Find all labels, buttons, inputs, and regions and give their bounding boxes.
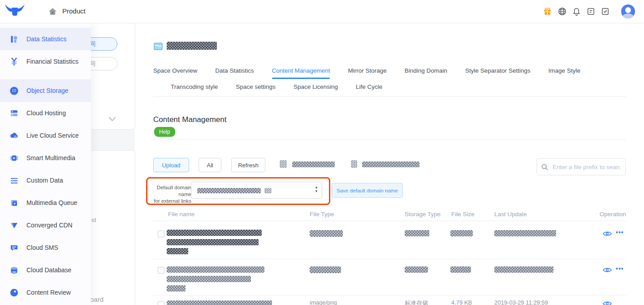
more-actions-icon[interactable]: ••• [616,229,624,236]
sidebar-item-label: Smart Multimedia [26,154,75,161]
redacted-file-name [167,285,186,292]
media-queue-icon [10,199,18,207]
column-header-file-size: File Size [451,211,475,218]
preview-eye-icon[interactable] [603,231,612,237]
home-icon[interactable] [48,7,57,16]
redacted-storage-type [405,230,429,236]
help-badge[interactable]: Help [154,127,175,137]
column-header-storage-type: Storage Type [405,211,441,218]
redacted-bucket-name [167,42,217,50]
save-default-domain-button[interactable]: Save default domain name [332,183,403,198]
divider [153,221,626,221]
tab-space-settings[interactable]: Space settings [236,83,276,90]
sidebar-item-label: Converged CDN [26,222,73,229]
bucket-tabs-row1: Space Overview Data Statistics Content M… [153,67,580,74]
redacted-stat-icon [351,160,357,168]
more-actions-icon[interactable]: ••• [616,265,624,272]
message-icon[interactable] [587,7,595,16]
sidebar-item-financial-statistics[interactable]: Financial Statistics [0,50,91,73]
redacted-last-update [494,266,553,273]
preview-eye-icon[interactable] [603,301,612,305]
refresh-button[interactable]: Refresh [231,158,265,172]
sidebar-item-cloud-database[interactable]: Cloud Database [0,259,91,281]
tab-data-statistics[interactable]: Data Statistics [215,67,254,74]
column-header-file-name: File name [168,211,194,218]
preview-eye-icon[interactable] [603,267,612,273]
tab-space-overview[interactable]: Space Overview [153,67,197,74]
redacted-file-name [167,301,272,305]
redacted-file-name [167,248,188,254]
redacted-stat-icon [280,160,287,168]
row-checkbox[interactable] [158,231,164,237]
redacted-file-size [450,230,473,236]
sliders-icon [10,176,18,185]
cdn-funnel-icon [10,221,18,230]
sidebar-item-label: Object Storage [26,87,68,94]
gift-icon[interactable] [543,7,552,16]
server-icon [10,109,18,118]
redacted-file-name [167,239,259,245]
tab-style-separator-settings[interactable]: Style Separator Settings [465,67,531,74]
row-checkbox[interactable] [158,301,164,305]
redacted-storage-type [405,266,428,273]
globe-icon[interactable] [558,7,566,16]
database-icon [10,266,18,274]
sidebar-item-smart-multimedia[interactable]: Smart Multimedia [0,147,91,169]
column-header-last-update: Last Update [494,211,527,218]
user-avatar[interactable] [621,4,635,18]
sidebar-item-content-review[interactable]: Content Review [0,281,91,304]
redacted-domain-value [197,188,261,193]
tab-binding-domain[interactable]: Binding Domain [405,67,447,74]
row-checkbox[interactable] [158,267,164,274]
tab-image-style[interactable]: Image Style [549,67,580,74]
page-title: Content Management [153,115,227,124]
file-size-cell: 4.79 KB [451,299,472,305]
sidebar-item-converged-cdn[interactable]: Converged CDN [0,214,91,236]
product-menu[interactable]: Product [62,7,86,15]
sidebar-item-live-cloud-service[interactable]: Live Cloud Service [0,124,91,147]
column-header-operation: Operation [600,211,626,218]
sidebar-item-cloud-hosting[interactable]: Cloud Hosting [0,102,91,124]
column-header-file-type: File Type [310,211,334,218]
row-divider [153,259,626,259]
sidebar-item-object-storage[interactable]: Object Storage [0,79,91,102]
sidebar-item-data-statistics[interactable]: Data Statistics [0,28,91,50]
divider [153,139,626,140]
partial-background-text: id [91,217,96,223]
redacted-file-size [450,266,471,273]
all-filter-button[interactable]: All [199,158,221,172]
redacted-file-type [310,266,341,273]
partial-background-text: oard [90,296,104,303]
search-input[interactable] [552,163,621,171]
sidebar-item-cloud-sms[interactable]: Cloud SMS [0,236,91,259]
bucket-tabs-row2: Transcoding style Space settings Space L… [171,83,382,90]
chevron-down-icon[interactable] [108,117,116,122]
tab-content-management[interactable]: Content Management [272,67,330,74]
default-domain-select[interactable]: ▲▼ [191,182,322,199]
sidebar-item-custom-data[interactable]: Custom Data [0,169,91,192]
sidebar-item-label: Content Review [26,289,71,296]
tab-life-cycle[interactable]: Life Cycle [356,83,382,90]
smart-multimedia-icon [10,154,18,162]
sidebar-item-label: Cloud Database [26,266,71,274]
sidebar-item-multimedia-queue[interactable]: Multimedia Queue [0,192,91,214]
avatar-body [622,13,634,18]
upload-button[interactable]: Upload [153,158,189,172]
background-nav-panel [91,150,135,305]
tab-mirror-storage[interactable]: Mirror Storage [348,67,386,74]
tab-transcoding-style[interactable]: Transcoding style [171,83,218,90]
bar-chart-icon [10,35,18,44]
select-spinner-icon: ▲▼ [315,186,318,193]
last-update-cell: 2019-03-29 11:29:59 [494,299,548,305]
sidebar-item-label: Financial Statistics [26,58,78,65]
content-review-icon [10,288,18,297]
object-storage-icon [10,87,18,95]
redacted-file-name [167,230,262,236]
sidebar-item-label: Custom Data [26,177,63,184]
todo-icon[interactable] [601,7,609,16]
tab-space-licensing[interactable]: Space Licensing [294,83,338,90]
brand-logo-icon[interactable] [4,4,25,18]
divider [153,96,626,97]
redacted-file-type [310,230,343,237]
notification-bell-icon[interactable] [572,7,581,16]
